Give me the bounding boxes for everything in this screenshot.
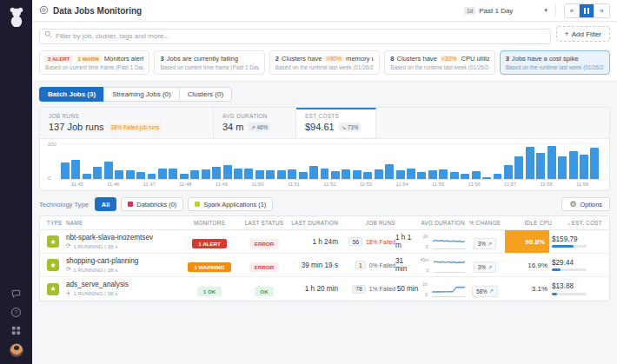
- table-row[interactable]: ★ shopping-cart-planning ⟳1 RUNNING | 38…: [40, 254, 609, 277]
- bar: [536, 153, 545, 179]
- bar: [331, 171, 340, 179]
- card-title: Clusters have: [282, 55, 322, 63]
- job-status-line: ⟳1 RUNNING | 38 s: [66, 242, 175, 249]
- metric-avg-duration[interactable]: AVG DURATION 34 m ↗ 46%: [214, 108, 296, 138]
- table-row[interactable]: ★ ads_serve_analysis ✈1 RUNNING | 38 s 1…: [40, 277, 609, 301]
- bar: [190, 170, 199, 179]
- job-name-link[interactable]: ads_serve_analysis: [66, 281, 175, 288]
- bar: [396, 170, 405, 179]
- help-icon[interactable]: ?: [11, 307, 22, 317]
- col-monitors[interactable]: MONITORS: [175, 220, 244, 226]
- avg-duration-sparkline: [433, 234, 465, 249]
- bar: [277, 170, 286, 179]
- bar: [223, 165, 232, 179]
- bar: [115, 170, 123, 179]
- col-idle-cpu[interactable]: IDLE CPU: [505, 220, 552, 226]
- search-input[interactable]: [39, 29, 551, 44]
- bar: [417, 172, 426, 179]
- cost-bar: [552, 268, 587, 271]
- bar: [148, 174, 156, 179]
- playback-controls: « »: [564, 3, 610, 18]
- change-badge: ↗ 46%: [248, 122, 270, 131]
- bar: [83, 174, 91, 179]
- spark-min-label: 0: [427, 268, 429, 273]
- bar: [504, 165, 513, 179]
- spark-min-label: 0: [425, 292, 428, 297]
- spark-max-label: 45m: [421, 257, 429, 262]
- bar: [494, 174, 502, 179]
- sort-down-icon: ↓: [567, 220, 570, 226]
- job-name-link[interactable]: shopping-cart-planning: [66, 257, 175, 265]
- insight-card-cpu-utilization[interactable]: 8 Clusters have <30% CPU utilization Bas…: [384, 50, 494, 76]
- time-range-label: Past 1 Day: [479, 7, 513, 15]
- last-duration: 1 h 24m: [284, 238, 338, 246]
- tab-batch-jobs[interactable]: Batch Jobs (3): [39, 87, 104, 102]
- bar: [266, 170, 275, 179]
- col-name[interactable]: NAME: [66, 220, 175, 226]
- insight-card-cost-spike[interactable]: 3 Jobs have a cost spike Based on the ru…: [500, 50, 610, 76]
- threshold-pill: >90%: [324, 56, 343, 62]
- bar: [514, 156, 523, 179]
- technology-type-label: Technology Type: [39, 201, 89, 208]
- card-title-suffix: memory usage: [346, 55, 374, 63]
- bar: [472, 171, 481, 179]
- tech-filter-databricks[interactable]: Databricks (0): [121, 197, 183, 211]
- bar: [234, 169, 242, 179]
- col-last-duration[interactable]: LAST DURATION: [284, 220, 338, 226]
- bar: [482, 177, 491, 179]
- card-subtitle: Based on current time frame (Past 1 Day): [45, 64, 143, 70]
- idle-cpu-value: 90.8%: [505, 230, 549, 253]
- insight-card-monitors[interactable]: 3 ALERT 1 WARN Monitors alerting Based o…: [39, 50, 149, 76]
- bar-chart-bars: [59, 144, 600, 179]
- technology-filter-row: Technology Type All Databricks (0) Spark…: [39, 197, 610, 211]
- change-pill: 58%↗: [472, 286, 498, 297]
- status-badge: ERROR: [249, 262, 279, 272]
- forward-button[interactable]: »: [594, 4, 609, 17]
- tech-filter-all[interactable]: All: [95, 197, 116, 211]
- est-cost-cell: $29.44: [552, 259, 602, 272]
- metric-est-costs[interactable]: EST COSTS $94.61 ↘ 73%: [296, 108, 376, 138]
- idle-cpu-value: 16.9%: [505, 254, 552, 276]
- time-range-select[interactable]: 1d Past 1 Day ▾: [464, 7, 547, 15]
- tech-filter-spark-applications[interactable]: Spark Applications (1): [188, 197, 273, 211]
- bar: [158, 169, 167, 179]
- bear-logo-icon[interactable]: [8, 6, 25, 27]
- status-badge: ERROR: [249, 239, 279, 248]
- bar: [461, 174, 469, 179]
- options-button[interactable]: ⚙ Options: [561, 197, 610, 211]
- job-name-link[interactable]: nbt-spark-slava-inozemtsev: [66, 234, 175, 242]
- avg-duration: 50 min: [397, 285, 419, 293]
- pause-button[interactable]: [580, 4, 594, 17]
- table-row[interactable]: ★ nbt-spark-slava-inozemtsev ⟳1 RUNNING …: [40, 230, 609, 254]
- user-avatar[interactable]: [10, 343, 23, 357]
- col-est-cost[interactable]: ↓EST. COST: [552, 220, 602, 226]
- col-pct-change[interactable]: % CHANGE: [465, 220, 505, 226]
- tab-streaming-jobs[interactable]: Streaming Jobs (0): [103, 87, 180, 102]
- est-cost-value: $29.44: [552, 259, 602, 267]
- job-status-line: ✈1 RUNNING | 38 s: [66, 290, 175, 297]
- bar: [169, 169, 177, 179]
- bar: [126, 170, 135, 179]
- sidebar: ?: [0, 0, 32, 364]
- est-cost-value: $13.88: [552, 282, 602, 290]
- bar: [342, 169, 350, 179]
- apps-icon[interactable]: [11, 325, 22, 335]
- tab-clusters[interactable]: Clusters (0): [179, 87, 232, 102]
- rewind-button[interactable]: «: [565, 4, 580, 17]
- col-last-status[interactable]: LAST STATUS: [244, 220, 284, 226]
- bar: [569, 151, 578, 179]
- x-tick-label: 11:56: [468, 182, 481, 187]
- col-job-runs[interactable]: JOB RUNS: [338, 220, 395, 226]
- insight-cards-row: 3 ALERT 1 WARN Monitors alerting Based o…: [32, 49, 617, 82]
- bar: [580, 155, 588, 179]
- add-filter-button[interactable]: + Add Filter: [556, 26, 611, 42]
- col-avg-duration[interactable]: AVG DURATION: [395, 220, 465, 226]
- col-type[interactable]: TYPE: [47, 220, 66, 226]
- warn-count-badge: 1 WARN: [76, 55, 102, 63]
- chat-icon[interactable]: [11, 288, 22, 299]
- insight-card-failing-jobs[interactable]: 3 Jobs are currently failing Based on cu…: [154, 50, 264, 76]
- metric-job-runs[interactable]: JOB RUNS 137 Job runs 38% Failed job run…: [40, 108, 214, 138]
- bar: [353, 170, 362, 179]
- insight-card-memory-usage[interactable]: 2 Clusters have >90% memory usage Based …: [269, 50, 380, 76]
- failed-pct: 18% Failed: [366, 239, 395, 245]
